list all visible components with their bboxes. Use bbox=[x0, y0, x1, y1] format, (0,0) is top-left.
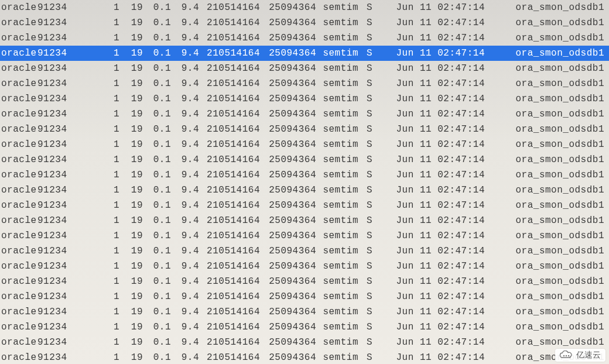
cell-user: oracle bbox=[1, 107, 37, 122]
svg-point-0 bbox=[563, 355, 564, 356]
cell-date: Jun 11 02:47:14 bbox=[372, 107, 485, 122]
process-row[interactable]: oracle912341190.19.421051416425094364sem… bbox=[0, 274, 609, 289]
cell-date: Jun 11 02:47:14 bbox=[372, 15, 485, 30]
cell-n2: 19 bbox=[119, 107, 143, 122]
cell-n3: 0.1 bbox=[143, 122, 171, 137]
cell-n6: 25094364 bbox=[260, 243, 316, 259]
process-row[interactable]: oracle912341190.19.421051416425094364sem… bbox=[0, 289, 609, 304]
cell-cmd: ora_smon_odsdb1 bbox=[485, 228, 609, 243]
cell-n1: 1 bbox=[96, 91, 119, 107]
process-row[interactable]: oracle912341190.19.421051416425094364sem… bbox=[0, 335, 609, 350]
process-row[interactable]: oracle912341190.19.421051416425094364sem… bbox=[0, 304, 609, 320]
process-row[interactable]: oracle912341190.19.421051416425094364sem… bbox=[0, 320, 609, 335]
cell-date: Jun 11 02:47:14 bbox=[372, 183, 485, 198]
cell-n3: 0.1 bbox=[143, 335, 171, 350]
process-row[interactable]: oracle912341190.19.421051416425094364sem… bbox=[0, 213, 609, 228]
cell-pid: 91234 bbox=[37, 0, 96, 15]
cell-cmd: ora_smon_odsdb1 bbox=[485, 30, 609, 46]
cell-n6: 25094364 bbox=[260, 30, 316, 46]
process-row[interactable]: oracle912341190.19.421051416425094364sem… bbox=[0, 167, 609, 183]
cell-sem: semtim bbox=[316, 274, 358, 289]
cell-n1: 1 bbox=[96, 107, 119, 122]
process-row[interactable]: oracle912341190.19.421051416425094364sem… bbox=[0, 76, 609, 91]
cell-user: oracle bbox=[1, 167, 37, 183]
cell-n2: 19 bbox=[119, 198, 143, 213]
cell-n6: 25094364 bbox=[260, 213, 316, 228]
cell-n5: 210514164 bbox=[199, 152, 260, 167]
cell-n3: 0.1 bbox=[143, 152, 171, 167]
cell-cmd: ora_smon_odsdb1 bbox=[485, 91, 609, 107]
cell-n1: 1 bbox=[96, 228, 119, 243]
process-row[interactable]: oracle912341190.19.421051416425094364sem… bbox=[0, 137, 609, 152]
cell-n4: 9.4 bbox=[171, 0, 199, 15]
cell-n6: 25094364 bbox=[260, 0, 316, 15]
cell-stat: S bbox=[358, 137, 372, 152]
cell-pid: 91234 bbox=[37, 76, 96, 91]
process-row[interactable]: oracle912341190.19.421051416425094364sem… bbox=[0, 91, 609, 107]
process-row[interactable]: oracle912341190.19.421051416425094364sem… bbox=[0, 243, 609, 259]
cell-user: oracle bbox=[1, 137, 37, 152]
cell-cmd: ora_smon_odsdb1 bbox=[485, 320, 609, 335]
cell-n1: 1 bbox=[96, 198, 119, 213]
cell-n6: 25094364 bbox=[260, 152, 316, 167]
cell-n2: 19 bbox=[119, 152, 143, 167]
cell-n2: 19 bbox=[119, 259, 143, 274]
process-row[interactable]: oracle912341190.19.421051416425094364sem… bbox=[0, 152, 609, 167]
cell-n6: 25094364 bbox=[260, 183, 316, 198]
cell-pid: 91234 bbox=[37, 183, 96, 198]
cell-n2: 19 bbox=[119, 76, 143, 91]
cell-n2: 19 bbox=[119, 15, 143, 30]
process-row[interactable]: oracle912341190.19.421051416425094364sem… bbox=[0, 122, 609, 137]
cell-n3: 0.1 bbox=[143, 259, 171, 274]
process-row[interactable]: oracle912341190.19.421051416425094364sem… bbox=[0, 15, 609, 30]
process-row[interactable]: oracle912341190.19.421051416425094364sem… bbox=[0, 228, 609, 243]
process-row[interactable]: oracle912341190.19.421051416425094364sem… bbox=[0, 46, 609, 61]
cell-n5: 210514164 bbox=[199, 0, 260, 15]
cell-n6: 25094364 bbox=[260, 15, 316, 30]
cell-n1: 1 bbox=[96, 76, 119, 91]
cell-pid: 91234 bbox=[37, 61, 96, 76]
cell-user: oracle bbox=[1, 243, 37, 259]
cloud-icon bbox=[559, 351, 573, 360]
cell-n5: 210514164 bbox=[199, 304, 260, 320]
cell-stat: S bbox=[358, 122, 372, 137]
cell-sem: semtim bbox=[316, 107, 358, 122]
cell-date: Jun 11 02:47:14 bbox=[372, 30, 485, 46]
process-row[interactable]: oracle912341190.19.421051416425094364sem… bbox=[0, 183, 609, 198]
cell-pid: 91234 bbox=[37, 167, 96, 183]
cell-stat: S bbox=[358, 30, 372, 46]
cell-n5: 210514164 bbox=[199, 107, 260, 122]
cell-n4: 9.4 bbox=[171, 320, 199, 335]
cell-stat: S bbox=[358, 259, 372, 274]
process-row[interactable]: oracle912341190.19.421051416425094364sem… bbox=[0, 0, 609, 15]
cell-n5: 210514164 bbox=[199, 335, 260, 350]
cell-cmd: ora_smon_odsdb1 bbox=[485, 289, 609, 304]
process-row[interactable]: oracle912341190.19.421051416425094364sem… bbox=[0, 30, 609, 46]
cell-n4: 9.4 bbox=[171, 259, 199, 274]
cell-date: Jun 11 02:47:14 bbox=[372, 350, 485, 364]
cell-n4: 9.4 bbox=[171, 167, 199, 183]
process-row[interactable]: oracle912341190.19.421051416425094364sem… bbox=[0, 259, 609, 274]
cell-user: oracle bbox=[1, 0, 37, 15]
cell-stat: S bbox=[358, 335, 372, 350]
cell-n1: 1 bbox=[96, 0, 119, 15]
cell-pid: 91234 bbox=[37, 228, 96, 243]
cell-n5: 210514164 bbox=[199, 137, 260, 152]
cell-n6: 25094364 bbox=[260, 76, 316, 91]
cell-cmd: ora_smon_odsdb1 bbox=[485, 76, 609, 91]
process-row[interactable]: oracle912341190.19.421051416425094364sem… bbox=[0, 61, 609, 76]
cell-n2: 19 bbox=[119, 137, 143, 152]
cell-n3: 0.1 bbox=[143, 320, 171, 335]
cell-n5: 210514164 bbox=[199, 213, 260, 228]
process-row[interactable]: oracle912341190.19.421051416425094364sem… bbox=[0, 198, 609, 213]
cell-sem: semtim bbox=[316, 137, 358, 152]
cell-n2: 19 bbox=[119, 335, 143, 350]
cell-sem: semtim bbox=[316, 335, 358, 350]
cell-n1: 1 bbox=[96, 61, 119, 76]
process-row[interactable]: oracle912341190.19.421051416425094364sem… bbox=[0, 107, 609, 122]
cell-n3: 0.1 bbox=[143, 61, 171, 76]
cell-n1: 1 bbox=[96, 304, 119, 320]
process-list[interactable]: oracle912341190.19.421051416425094364sem… bbox=[0, 0, 609, 364]
watermark-text: 亿速云 bbox=[576, 350, 601, 360]
process-row[interactable]: oracle912341190.19.421051416425094364sem… bbox=[0, 350, 609, 364]
